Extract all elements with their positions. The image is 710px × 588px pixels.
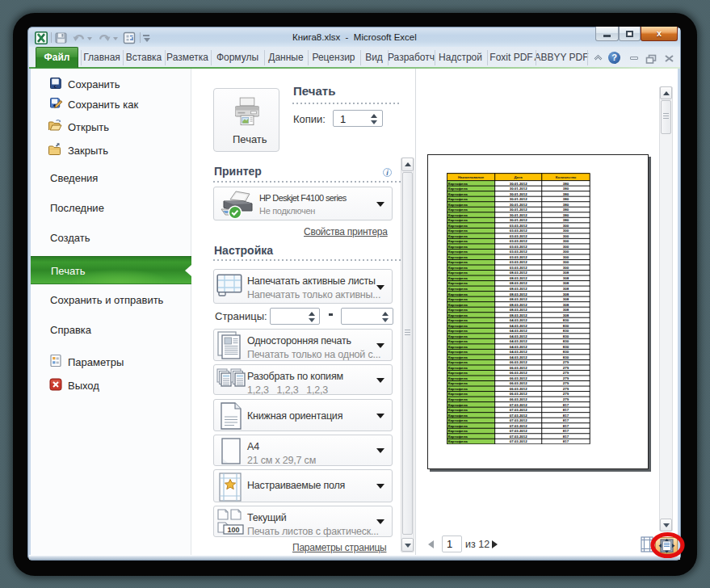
svg-text:Картофель: Картофель (448, 287, 468, 291)
svg-text:08.03.2012: 08.03.2012 (510, 308, 528, 312)
svg-text:308: 308 (563, 303, 569, 307)
svg-text:30.01.2012: 30.01.2012 (510, 187, 528, 191)
svg-text:30.01.2012: 30.01.2012 (510, 182, 528, 186)
svg-text:Картофель: Картофель (448, 397, 468, 401)
svg-text:279: 279 (563, 387, 569, 391)
svg-text:380: 380 (563, 203, 569, 207)
svg-text:380: 380 (563, 197, 569, 201)
svg-text:817: 817 (563, 403, 569, 407)
svg-text:Картофель: Картофель (448, 355, 468, 359)
svg-text:Картофель: Картофель (448, 218, 468, 222)
svg-text:03.03.2012: 03.03.2012 (510, 234, 528, 238)
svg-text:Картофель: Картофель (448, 376, 468, 380)
svg-text:08.03.2012: 08.03.2012 (510, 303, 528, 307)
svg-text:380: 380 (563, 208, 569, 212)
svg-text:380: 380 (563, 218, 569, 222)
svg-text:06.03.2012: 06.03.2012 (510, 371, 528, 375)
svg-text:04.03.2012: 04.03.2012 (510, 329, 528, 333)
svg-text:04.03.2012: 04.03.2012 (510, 355, 528, 359)
svg-text:308: 308 (563, 287, 569, 291)
svg-text:07.03.2012: 07.03.2012 (510, 408, 528, 412)
svg-text:Картофель: Картофель (448, 297, 468, 301)
svg-text:308: 308 (563, 308, 569, 312)
svg-text:Картофель: Картофель (448, 208, 468, 212)
svg-text:30.01.2012: 30.01.2012 (510, 197, 528, 201)
svg-text:830: 830 (563, 324, 569, 328)
svg-text:300: 300 (563, 229, 569, 233)
svg-text:817: 817 (563, 414, 569, 418)
svg-text:Наименование: Наименование (458, 175, 485, 179)
svg-text:03.03.2012: 03.03.2012 (510, 255, 528, 259)
svg-text:07.03.2012: 07.03.2012 (510, 435, 528, 439)
svg-text:Картофель: Картофель (448, 255, 468, 259)
svg-text:Картофель: Картофель (448, 281, 468, 285)
svg-text:817: 817 (563, 435, 569, 439)
svg-text:03.03.2012: 03.03.2012 (510, 224, 528, 228)
svg-text:Картофель: Картофель (448, 308, 468, 312)
svg-text:300: 300 (563, 245, 569, 249)
svg-text:04.03.2012: 04.03.2012 (510, 334, 528, 338)
svg-text:Картофель: Картофель (448, 408, 468, 412)
svg-text:03.03.2012: 03.03.2012 (510, 245, 528, 249)
svg-text:08.03.2012: 08.03.2012 (510, 313, 528, 317)
svg-text:300: 300 (563, 234, 569, 238)
svg-text:Картофель: Картофель (448, 435, 468, 439)
svg-text:Картофель: Картофель (448, 276, 468, 280)
svg-text:817: 817 (563, 408, 569, 412)
svg-text:Картофель: Картофель (448, 229, 468, 233)
svg-text:830: 830 (563, 355, 569, 359)
svg-text:06.03.2012: 06.03.2012 (510, 376, 528, 380)
svg-text:830: 830 (563, 329, 569, 333)
svg-text:279: 279 (563, 371, 569, 375)
svg-text:08.03.2012: 08.03.2012 (510, 271, 528, 275)
svg-text:817: 817 (563, 418, 569, 422)
svg-text:06.03.2012: 06.03.2012 (510, 397, 528, 401)
svg-text:830: 830 (563, 339, 569, 343)
svg-text:Картофель: Картофель (448, 418, 468, 422)
svg-text:Картофель: Картофель (448, 439, 468, 443)
svg-text:03.03.2012: 03.03.2012 (510, 250, 528, 254)
svg-text:08.03.2012: 08.03.2012 (510, 292, 528, 296)
svg-text:04.03.2012: 04.03.2012 (510, 350, 528, 354)
svg-text:830: 830 (563, 318, 569, 322)
svg-text:Картофель: Картофель (448, 350, 468, 354)
svg-text:Картофель: Картофель (448, 303, 468, 307)
svg-text:Картофель: Картофель (448, 313, 468, 317)
svg-text:300: 300 (563, 224, 569, 228)
svg-text:Картофель: Картофель (448, 387, 468, 391)
svg-text:30.01.2012: 30.01.2012 (510, 218, 528, 222)
svg-text:06.03.2012: 06.03.2012 (510, 392, 528, 396)
svg-text:03.03.2012: 03.03.2012 (510, 260, 528, 264)
svg-text:300: 300 (563, 239, 569, 243)
svg-text:Картофель: Картофель (448, 429, 468, 433)
svg-text:830: 830 (563, 350, 569, 354)
svg-text:279: 279 (563, 376, 569, 380)
svg-text:30.01.2012: 30.01.2012 (510, 203, 528, 207)
svg-text:830: 830 (563, 334, 569, 338)
svg-text:380: 380 (563, 182, 569, 186)
svg-text:830: 830 (563, 345, 569, 349)
svg-text:Дата: Дата (515, 175, 523, 179)
svg-text:Картофель: Картофель (448, 360, 468, 364)
svg-text:308: 308 (563, 313, 569, 317)
svg-text:03.03.2012: 03.03.2012 (510, 239, 528, 243)
svg-text:06.03.2012: 06.03.2012 (510, 381, 528, 385)
svg-text:Картофель: Картофель (448, 334, 468, 338)
svg-text:380: 380 (563, 187, 569, 191)
svg-text:Картофель: Картофель (448, 187, 468, 191)
svg-text:380: 380 (563, 213, 569, 217)
svg-text:279: 279 (563, 381, 569, 385)
svg-text:30.01.2012: 30.01.2012 (510, 208, 528, 212)
svg-text:Картофель: Картофель (448, 318, 468, 322)
svg-text:817: 817 (563, 429, 569, 433)
svg-text:Картофель: Картофель (448, 266, 468, 270)
svg-text:30.01.2012: 30.01.2012 (510, 192, 528, 196)
svg-text:07.03.2012: 07.03.2012 (510, 414, 528, 418)
svg-text:Картофель: Картофель (448, 324, 468, 328)
svg-text:300: 300 (563, 250, 569, 254)
svg-text:Картофель: Картофель (448, 392, 468, 396)
svg-text:Картофель: Картофель (448, 192, 468, 196)
svg-text:Картофель: Картофель (448, 345, 468, 349)
svg-text:Картофель: Картофель (448, 381, 468, 385)
svg-text:300: 300 (563, 266, 569, 270)
